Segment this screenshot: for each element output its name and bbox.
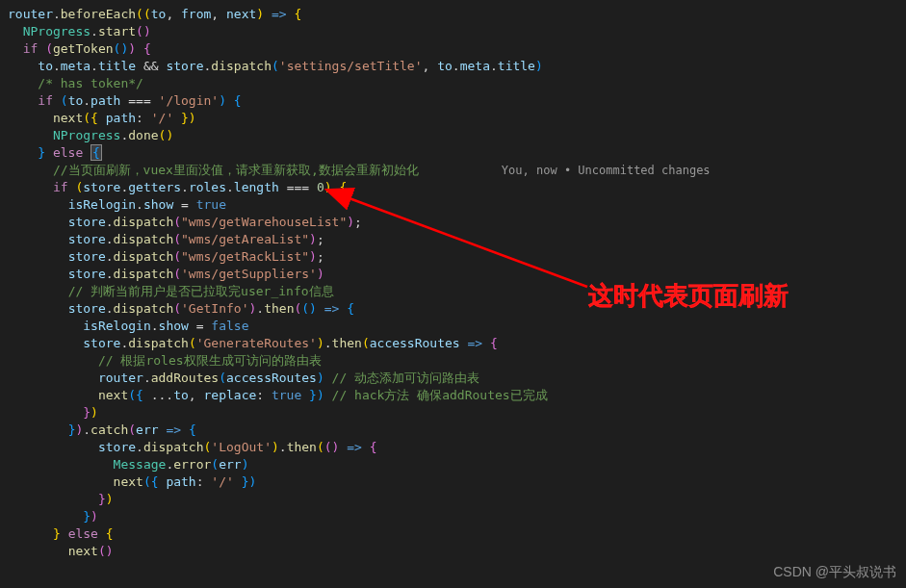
token: dispatch xyxy=(114,215,174,229)
token: store xyxy=(68,301,106,316)
token: err xyxy=(219,457,241,472)
token: store xyxy=(166,59,203,73)
token: false xyxy=(211,319,248,333)
token: then xyxy=(264,301,294,316)
comment: // 根据roles权限生成可访问的路由表 xyxy=(98,353,322,368)
token: true xyxy=(272,388,301,402)
token: getToken xyxy=(53,41,114,56)
token: 'wms/getSuppliers' xyxy=(181,267,317,281)
token: title xyxy=(98,59,136,73)
token: path xyxy=(166,474,195,489)
token: path xyxy=(106,111,136,125)
token: store xyxy=(98,440,136,454)
token: '/' xyxy=(211,474,233,489)
token: to xyxy=(151,7,167,21)
token: Message xyxy=(114,457,167,472)
token: "wms/getRackList" xyxy=(181,249,309,264)
token: 0 xyxy=(317,180,324,194)
token: router xyxy=(98,371,143,385)
token: next xyxy=(114,474,143,489)
token: '/' xyxy=(151,111,173,125)
comment: //当页面刷新，vuex里面没值，请求重新获取,数据会重新初始化 xyxy=(53,163,419,177)
token: dispatch xyxy=(211,59,272,73)
token: NProgress xyxy=(53,128,120,142)
token: beforeEach xyxy=(61,7,136,21)
token: catch xyxy=(91,422,128,437)
token: dispatch xyxy=(114,267,174,281)
token: '/login' xyxy=(159,93,220,108)
token: "wms/getWarehouseList" xyxy=(181,215,347,229)
token: to xyxy=(38,59,53,73)
token: store xyxy=(68,267,106,281)
token: then xyxy=(287,440,317,454)
token: err xyxy=(136,422,158,437)
token: dispatch xyxy=(143,440,204,454)
token: to xyxy=(437,59,453,73)
token: accessRoutes xyxy=(370,336,460,350)
token: 'LogOut' xyxy=(211,440,272,454)
token: next xyxy=(98,388,128,402)
token: length xyxy=(234,180,279,194)
token: show xyxy=(143,197,173,212)
token: dispatch xyxy=(114,232,174,246)
token: router xyxy=(8,7,53,21)
token: else xyxy=(68,526,98,541)
token: addRoutes xyxy=(151,371,219,385)
token: show xyxy=(159,319,189,333)
token: from xyxy=(181,7,211,21)
comment: // hack方法 确保addRoutes已完成 xyxy=(332,388,548,402)
token: then xyxy=(332,336,362,350)
token: store xyxy=(83,180,120,194)
token: next xyxy=(68,544,98,558)
token: dispatch xyxy=(114,249,174,264)
token: next xyxy=(226,7,256,21)
token: error xyxy=(173,457,211,472)
annotation-text: 这时代表页面刷新 xyxy=(588,287,789,304)
git-codelens[interactable]: You, now • Uncommitted changes xyxy=(502,164,711,177)
token: meta xyxy=(460,59,490,73)
token: store xyxy=(68,232,106,246)
comment: // 动态添加可访问路由表 xyxy=(332,371,479,385)
token: done xyxy=(128,128,158,142)
token: next xyxy=(53,111,83,125)
token: dispatch xyxy=(128,336,189,350)
token: "wms/getAreaList" xyxy=(181,232,309,246)
token: meta xyxy=(61,59,91,73)
token: isRelogin xyxy=(68,197,136,212)
token: replace xyxy=(204,388,257,402)
token: true xyxy=(196,197,226,212)
token: path xyxy=(91,93,120,108)
token: NProgress xyxy=(23,24,91,38)
token: title xyxy=(498,59,535,73)
token: store xyxy=(83,336,120,350)
comment: // 判断当前用户是否已拉取完user_info信息 xyxy=(68,284,334,298)
token: if xyxy=(53,180,68,194)
token: getters xyxy=(128,180,181,194)
token: store xyxy=(68,215,106,229)
token: if xyxy=(38,93,53,108)
token: start xyxy=(98,24,136,38)
token: dispatch xyxy=(114,301,174,316)
token: to xyxy=(173,388,189,402)
token: 'settings/setTitle' xyxy=(279,59,423,73)
token: to xyxy=(68,93,84,108)
comment: /* has token*/ xyxy=(38,76,143,90)
token: if xyxy=(23,41,39,56)
token: 'GenerateRoutes' xyxy=(196,336,317,350)
token: 'GetInfo' xyxy=(181,301,248,316)
token: isRelogin xyxy=(83,319,150,333)
token: accessRoutes xyxy=(226,371,317,385)
token: store xyxy=(68,249,106,264)
token: else xyxy=(53,145,83,160)
watermark: CSDN @平头叔说书 xyxy=(773,563,896,580)
token: roles xyxy=(189,180,226,194)
